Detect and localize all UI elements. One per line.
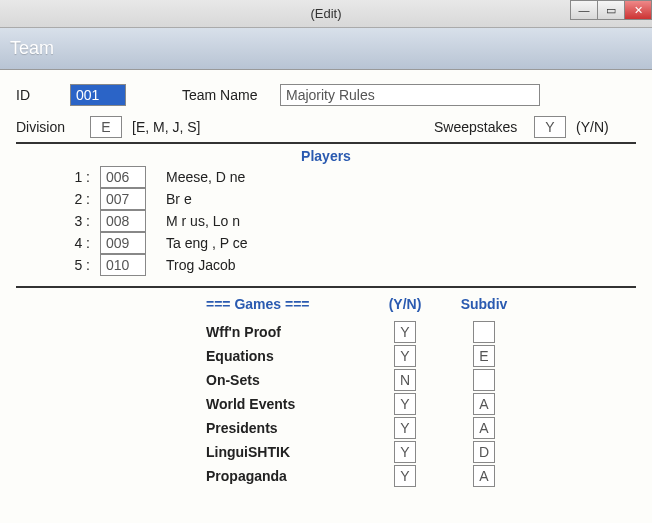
id-input[interactable]: [70, 84, 126, 106]
game-subdiv-input[interactable]: [473, 465, 495, 487]
player-row: 5 : Trog Jacob: [62, 254, 636, 276]
game-name: Wff'n Proof: [206, 324, 366, 340]
player-id-input[interactable]: [100, 254, 146, 276]
game-row: Wff'n Proof: [206, 320, 636, 344]
subdiv-col-label: Subdiv: [444, 296, 524, 312]
game-yn-input[interactable]: [394, 369, 416, 391]
game-row: Equations: [206, 344, 636, 368]
division-hint: [E, M, J, S]: [132, 119, 200, 135]
division-input[interactable]: [90, 116, 122, 138]
game-name: Equations: [206, 348, 366, 364]
player-name: M r us, Lo n: [166, 213, 240, 229]
form-area: ID Team Name Division [E, M, J, S] Sweep…: [0, 70, 652, 494]
window-title: (Edit): [0, 6, 652, 21]
player-name: Br e: [166, 191, 192, 207]
player-row: 2 : Br e: [62, 188, 636, 210]
page-title: Team: [10, 38, 54, 59]
players-heading: Players: [16, 142, 636, 166]
game-name: On-Sets: [206, 372, 366, 388]
game-subdiv-input[interactable]: [473, 393, 495, 415]
player-id-input[interactable]: [100, 232, 146, 254]
teamname-input[interactable]: [280, 84, 540, 106]
player-name: Meese, D ne: [166, 169, 245, 185]
game-row: World Events: [206, 392, 636, 416]
game-yn-input[interactable]: [394, 465, 416, 487]
game-subdiv-input[interactable]: [473, 417, 495, 439]
player-id-input[interactable]: [100, 188, 146, 210]
maximize-button[interactable]: ▭: [597, 0, 625, 20]
game-row: On-Sets: [206, 368, 636, 392]
sweepstakes-hint: (Y/N): [576, 119, 636, 135]
game-yn-input[interactable]: [394, 321, 416, 343]
player-id-input[interactable]: [100, 210, 146, 232]
window-controls: — ▭ ✕: [571, 0, 652, 20]
game-yn-input[interactable]: [394, 345, 416, 367]
player-num: 2 :: [62, 191, 90, 207]
game-yn-input[interactable]: [394, 393, 416, 415]
players-list: 1 : Meese, D ne 2 : Br e 3 : M r us, Lo …: [16, 166, 636, 282]
player-id-input[interactable]: [100, 166, 146, 188]
division-label: Division: [16, 119, 90, 135]
game-subdiv-input[interactable]: [473, 321, 495, 343]
game-subdiv-input[interactable]: [473, 369, 495, 391]
player-name: Trog Jacob: [166, 257, 236, 273]
player-num: 1 :: [62, 169, 90, 185]
games-header: === Games === (Y/N) Subdiv: [206, 296, 636, 312]
sweepstakes-input[interactable]: [534, 116, 566, 138]
sweepstakes-label: Sweepstakes: [434, 119, 534, 135]
game-yn-input[interactable]: [394, 441, 416, 463]
player-num: 3 :: [62, 213, 90, 229]
game-row: Presidents: [206, 416, 636, 440]
id-label: ID: [16, 87, 70, 103]
teamname-label: Team Name: [182, 87, 280, 103]
game-row: LinguiSHTIK: [206, 440, 636, 464]
player-num: 4 :: [62, 235, 90, 251]
game-name: Propaganda: [206, 468, 366, 484]
page-header: Team: [0, 28, 652, 70]
player-row: 1 : Meese, D ne: [62, 166, 636, 188]
game-row: Propaganda: [206, 464, 636, 488]
game-name: World Events: [206, 396, 366, 412]
yn-col-label: (Y/N): [366, 296, 444, 312]
game-name: Presidents: [206, 420, 366, 436]
game-subdiv-input[interactable]: [473, 345, 495, 367]
player-row: 3 : M r us, Lo n: [62, 210, 636, 232]
game-name: LinguiSHTIK: [206, 444, 366, 460]
player-name: Ta eng , P ce: [166, 235, 247, 251]
game-yn-input[interactable]: [394, 417, 416, 439]
games-area: === Games === (Y/N) Subdiv Wff'n Proof E…: [16, 288, 636, 488]
player-row: 4 : Ta eng , P ce: [62, 232, 636, 254]
player-num: 5 :: [62, 257, 90, 273]
game-subdiv-input[interactable]: [473, 441, 495, 463]
games-col-label: === Games ===: [206, 296, 366, 312]
minimize-button[interactable]: —: [570, 0, 598, 20]
titlebar: (Edit) — ▭ ✕: [0, 0, 652, 28]
close-button[interactable]: ✕: [624, 0, 652, 20]
